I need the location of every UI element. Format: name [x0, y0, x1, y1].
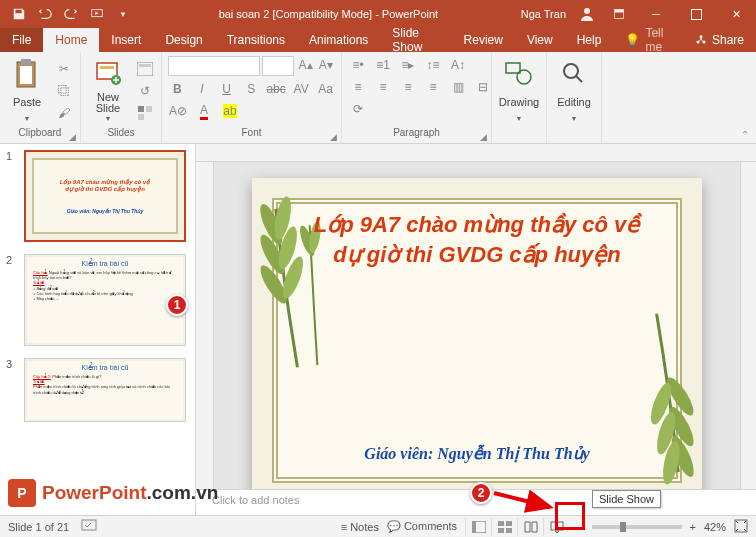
- align-right-icon[interactable]: ≡: [398, 78, 418, 96]
- maximize-button[interactable]: [676, 0, 716, 28]
- tab-file[interactable]: File: [0, 28, 43, 52]
- user-name[interactable]: Nga Tran: [521, 8, 566, 20]
- slide-sorter-icon[interactable]: [491, 518, 517, 536]
- spacing-icon[interactable]: AV: [292, 80, 311, 98]
- increase-font-icon[interactable]: A▴: [296, 56, 314, 74]
- cut-icon[interactable]: ✂: [54, 60, 74, 78]
- paste-button[interactable]: Paste ▼: [6, 56, 48, 122]
- zoom-in-icon[interactable]: +: [690, 521, 696, 533]
- list-level-icon[interactable]: ≡▸: [398, 56, 418, 74]
- editing-button[interactable]: Editing ▼: [553, 56, 595, 122]
- font-color-icon[interactable]: A: [194, 102, 214, 120]
- clipboard-launcher-icon[interactable]: ◢: [69, 132, 76, 142]
- highlight-icon[interactable]: ab: [220, 102, 240, 120]
- tab-slideshow[interactable]: Slide Show: [380, 28, 451, 52]
- format-painter-icon[interactable]: 🖌: [54, 104, 74, 122]
- ribbon-tabs: File Home Insert Design Transitions Anim…: [0, 28, 756, 52]
- strikethrough-button[interactable]: abc: [266, 80, 285, 98]
- notes-toggle[interactable]: ≡Notes: [341, 521, 379, 533]
- line-spacing-icon[interactable]: ↕≡: [423, 56, 443, 74]
- thumbnail-1[interactable]: 1 Lớp 9A7 chào mừng thầy cô vềdự giờ thi…: [0, 148, 195, 252]
- tab-design[interactable]: Design: [153, 28, 214, 52]
- columns-icon[interactable]: ▥: [448, 78, 468, 96]
- window-title: bai soan 2 [Compatibility Mode] - PowerP…: [142, 8, 515, 20]
- change-case-button[interactable]: Aa: [316, 80, 335, 98]
- reset-icon[interactable]: ↺: [135, 82, 155, 100]
- tab-animations[interactable]: Animations: [297, 28, 380, 52]
- ribbon-display-icon[interactable]: [608, 3, 630, 25]
- svg-rect-4: [691, 9, 701, 19]
- save-icon[interactable]: [8, 3, 30, 25]
- user-avatar-icon[interactable]: [576, 3, 598, 25]
- spell-check-icon[interactable]: [81, 519, 97, 535]
- svg-rect-18: [138, 114, 144, 120]
- close-button[interactable]: ✕: [716, 0, 756, 28]
- slide-title-text[interactable]: Lớp 9A7 chào mừng thầy cô vềdự giờ thi G…: [292, 210, 662, 269]
- slide-subtitle-text[interactable]: Giáo viên: Nguyễn Thị Thu Thủy: [292, 444, 662, 463]
- quick-access-toolbar: ▼: [0, 3, 142, 25]
- bold-button[interactable]: B: [168, 80, 187, 98]
- svg-rect-3: [615, 10, 624, 13]
- tab-view[interactable]: View: [515, 28, 565, 52]
- slide-thumbnail-panel: 1 Lớp 9A7 chào mừng thầy cô vềdự giờ thi…: [0, 144, 196, 515]
- section-icon[interactable]: [135, 104, 155, 122]
- slide[interactable]: Lớp 9A7 chào mừng thầy cô vềdự giờ thi G…: [252, 178, 702, 489]
- italic-button[interactable]: I: [193, 80, 212, 98]
- shapes-icon: [503, 58, 535, 90]
- copy-icon[interactable]: ⿻: [54, 82, 74, 100]
- tab-tellme[interactable]: 💡Tell me: [613, 28, 683, 52]
- fit-to-window-icon[interactable]: [734, 519, 748, 535]
- tab-transitions[interactable]: Transitions: [215, 28, 297, 52]
- share-button[interactable]: Share: [683, 28, 756, 52]
- minimize-button[interactable]: ─: [636, 0, 676, 28]
- shadow-button[interactable]: S: [242, 80, 261, 98]
- svg-rect-17: [146, 106, 152, 112]
- clear-formatting-icon[interactable]: A⊘: [168, 102, 188, 120]
- reading-view-icon[interactable]: [517, 518, 543, 536]
- font-family-combo[interactable]: [168, 56, 260, 76]
- tab-review[interactable]: Review: [452, 28, 515, 52]
- comments-toggle[interactable]: 💬Comments: [387, 520, 457, 533]
- justify-icon[interactable]: ≡: [423, 78, 443, 96]
- group-font: A▴ A▾ B I U S abc AV Aa A⊘ A ab Font◢: [162, 52, 342, 143]
- paragraph-launcher-icon[interactable]: ◢: [480, 132, 487, 142]
- tab-help[interactable]: Help: [565, 28, 614, 52]
- align-left-icon[interactable]: ≡: [348, 78, 368, 96]
- canvas[interactable]: Lớp 9A7 chào mừng thầy cô vềdự giờ thi G…: [214, 162, 740, 489]
- new-slide-button[interactable]: New Slide ▼: [87, 56, 129, 122]
- decrease-font-icon[interactable]: A▾: [317, 56, 335, 74]
- text-direction-icon[interactable]: A↕: [448, 56, 468, 74]
- clipboard-icon: [11, 58, 43, 90]
- tab-home[interactable]: Home: [43, 28, 99, 52]
- slide-counter[interactable]: Slide 1 of 21: [8, 521, 69, 533]
- numbering-icon[interactable]: ≡1: [373, 56, 393, 74]
- drawing-button[interactable]: Drawing ▼: [498, 56, 540, 122]
- start-from-beginning-icon[interactable]: [86, 3, 108, 25]
- align-text-icon[interactable]: ⊟: [473, 78, 493, 96]
- svg-rect-12: [100, 66, 114, 69]
- chevron-down-icon: ▼: [105, 115, 112, 122]
- undo-icon[interactable]: [34, 3, 56, 25]
- align-center-icon[interactable]: ≡: [373, 78, 393, 96]
- font-size-combo[interactable]: [262, 56, 294, 76]
- tab-insert[interactable]: Insert: [99, 28, 153, 52]
- svg-rect-39: [498, 521, 504, 526]
- collapse-ribbon-icon[interactable]: ⌃: [734, 52, 756, 143]
- redo-icon[interactable]: [60, 3, 82, 25]
- slide-thumbnail[interactable]: Lớp 9A7 chào mừng thầy cô vềdự giờ thi G…: [24, 150, 186, 242]
- share-icon: [695, 33, 707, 48]
- zoom-slider[interactable]: [592, 525, 682, 529]
- qat-customize-icon[interactable]: ▼: [112, 3, 134, 25]
- bullets-icon[interactable]: ≡•: [348, 56, 368, 74]
- slide-thumbnail[interactable]: Kiểm tra bài cũ Câu hỏi 2: Phần mềm trìn…: [24, 358, 186, 422]
- smartart-icon[interactable]: ⟳: [348, 100, 368, 118]
- normal-view-icon[interactable]: [465, 518, 491, 536]
- layout-icon[interactable]: [135, 60, 155, 78]
- vertical-scrollbar[interactable]: [740, 162, 756, 489]
- thumbnail-3[interactable]: 3 Kiểm tra bài cũ Câu hỏi 2: Phần mềm tr…: [0, 356, 195, 432]
- powerpoint-logo-icon: P: [8, 479, 36, 507]
- underline-button[interactable]: U: [217, 80, 236, 98]
- zoom-level[interactable]: 42%: [704, 521, 726, 533]
- font-launcher-icon[interactable]: ◢: [330, 132, 337, 142]
- slide-thumbnail[interactable]: Kiểm tra bài cũ Câu hỏi: Ngoài bảng viết…: [24, 254, 186, 346]
